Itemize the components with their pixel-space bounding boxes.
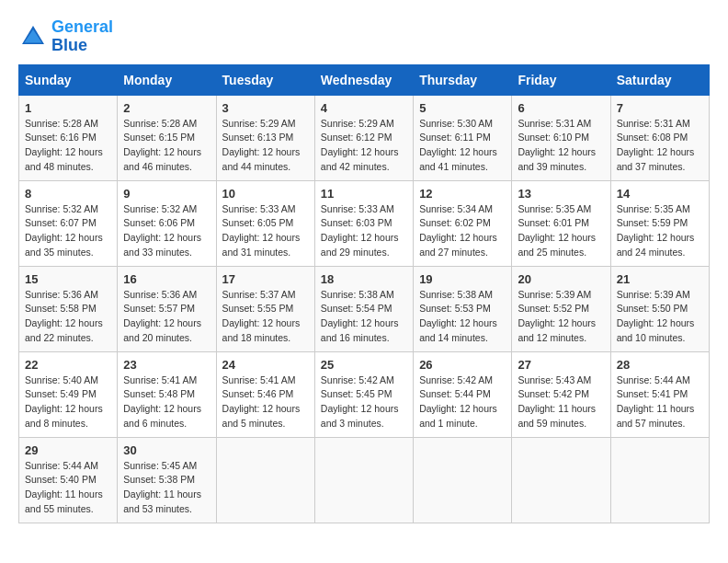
day-number: 4 [321, 101, 407, 115]
day-info: Sunrise: 5:40 AM Sunset: 5:49 PM Dayligh… [25, 373, 111, 431]
day-info: Sunrise: 5:41 AM Sunset: 5:48 PM Dayligh… [123, 373, 210, 431]
day-number: 1 [25, 101, 111, 115]
calendar-cell: 11 Sunrise: 5:33 AM Sunset: 6:03 PM Dayl… [314, 180, 413, 266]
calendar-cell [414, 437, 512, 523]
calendar-week: 15 Sunrise: 5:36 AM Sunset: 5:58 PM Dayl… [19, 266, 710, 351]
day-number: 23 [123, 358, 210, 372]
calendar-cell: 12 Sunrise: 5:34 AM Sunset: 6:02 PM Dayl… [414, 180, 512, 266]
day-info: Sunrise: 5:29 AM Sunset: 6:12 PM Dayligh… [321, 117, 407, 175]
calendar-cell: 4 Sunrise: 5:29 AM Sunset: 6:12 PM Dayli… [314, 95, 413, 180]
day-number: 6 [518, 101, 604, 115]
calendar-cell: 5 Sunrise: 5:30 AM Sunset: 6:11 PM Dayli… [414, 95, 512, 180]
day-info: Sunrise: 5:35 AM Sunset: 5:59 PM Dayligh… [617, 202, 703, 260]
calendar-cell: 8 Sunrise: 5:32 AM Sunset: 6:07 PM Dayli… [19, 180, 118, 266]
day-info: Sunrise: 5:36 AM Sunset: 5:57 PM Dayligh… [123, 288, 210, 346]
weekday-header: Saturday [610, 64, 709, 95]
day-number: 13 [518, 187, 604, 201]
day-number: 22 [25, 358, 111, 372]
weekday-header: Tuesday [216, 64, 314, 95]
calendar-cell: 14 Sunrise: 5:35 AM Sunset: 5:59 PM Dayl… [610, 180, 709, 266]
day-number: 11 [321, 187, 407, 201]
day-info: Sunrise: 5:33 AM Sunset: 6:03 PM Dayligh… [321, 202, 407, 260]
calendar-cell: 9 Sunrise: 5:32 AM Sunset: 6:06 PM Dayli… [118, 180, 216, 266]
day-number: 5 [419, 101, 506, 115]
calendar-cell: 29 Sunrise: 5:44 AM Sunset: 5:40 PM Dayl… [19, 437, 118, 523]
day-number: 9 [123, 187, 210, 201]
day-info: Sunrise: 5:32 AM Sunset: 6:06 PM Dayligh… [123, 202, 210, 260]
logo: General Blue [18, 18, 113, 55]
calendar-cell: 15 Sunrise: 5:36 AM Sunset: 5:58 PM Dayl… [19, 266, 118, 351]
day-number: 10 [222, 187, 309, 201]
day-info: Sunrise: 5:44 AM Sunset: 5:40 PM Dayligh… [25, 459, 111, 517]
day-info: Sunrise: 5:29 AM Sunset: 6:13 PM Dayligh… [222, 117, 309, 175]
calendar-cell: 26 Sunrise: 5:42 AM Sunset: 5:44 PM Dayl… [414, 351, 512, 437]
day-info: Sunrise: 5:42 AM Sunset: 5:44 PM Dayligh… [419, 373, 506, 431]
calendar-cell: 10 Sunrise: 5:33 AM Sunset: 6:05 PM Dayl… [216, 180, 314, 266]
day-number: 19 [419, 272, 506, 286]
calendar-cell [314, 437, 413, 523]
day-info: Sunrise: 5:30 AM Sunset: 6:11 PM Dayligh… [419, 117, 506, 175]
day-number: 28 [617, 358, 703, 372]
day-number: 8 [25, 187, 111, 201]
calendar-table: SundayMondayTuesdayWednesdayThursdayFrid… [18, 64, 710, 523]
calendar-cell: 1 Sunrise: 5:28 AM Sunset: 6:16 PM Dayli… [19, 95, 118, 180]
page-header: General Blue [18, 18, 710, 55]
calendar-cell: 19 Sunrise: 5:38 AM Sunset: 5:53 PM Dayl… [414, 266, 512, 351]
day-info: Sunrise: 5:31 AM Sunset: 6:10 PM Dayligh… [518, 117, 604, 175]
day-number: 14 [617, 187, 703, 201]
calendar-week: 29 Sunrise: 5:44 AM Sunset: 5:40 PM Dayl… [19, 437, 710, 523]
calendar-cell: 2 Sunrise: 5:28 AM Sunset: 6:15 PM Dayli… [118, 95, 216, 180]
day-number: 30 [123, 443, 210, 457]
calendar-cell: 23 Sunrise: 5:41 AM Sunset: 5:48 PM Dayl… [118, 351, 216, 437]
day-number: 26 [419, 358, 506, 372]
day-number: 25 [321, 358, 407, 372]
day-number: 3 [222, 101, 309, 115]
calendar-cell: 13 Sunrise: 5:35 AM Sunset: 6:01 PM Dayl… [512, 180, 610, 266]
day-info: Sunrise: 5:36 AM Sunset: 5:58 PM Dayligh… [25, 288, 111, 346]
day-info: Sunrise: 5:38 AM Sunset: 5:54 PM Dayligh… [321, 288, 407, 346]
day-number: 27 [518, 358, 604, 372]
calendar-cell: 7 Sunrise: 5:31 AM Sunset: 6:08 PM Dayli… [610, 95, 709, 180]
day-info: Sunrise: 5:34 AM Sunset: 6:02 PM Dayligh… [419, 202, 506, 260]
day-info: Sunrise: 5:33 AM Sunset: 6:05 PM Dayligh… [222, 202, 309, 260]
day-number: 24 [222, 358, 309, 372]
day-info: Sunrise: 5:43 AM Sunset: 5:42 PM Dayligh… [518, 373, 604, 431]
calendar-cell: 25 Sunrise: 5:42 AM Sunset: 5:45 PM Dayl… [314, 351, 413, 437]
day-number: 16 [123, 272, 210, 286]
day-info: Sunrise: 5:31 AM Sunset: 6:08 PM Dayligh… [617, 117, 703, 175]
day-number: 17 [222, 272, 309, 286]
calendar-cell: 16 Sunrise: 5:36 AM Sunset: 5:57 PM Dayl… [118, 266, 216, 351]
logo-text: General Blue [51, 18, 113, 55]
calendar-week: 1 Sunrise: 5:28 AM Sunset: 6:16 PM Dayli… [19, 95, 710, 180]
calendar-header: SundayMondayTuesdayWednesdayThursdayFrid… [19, 64, 710, 95]
day-number: 29 [25, 443, 111, 457]
calendar-cell: 20 Sunrise: 5:39 AM Sunset: 5:52 PM Dayl… [512, 266, 610, 351]
calendar-week: 8 Sunrise: 5:32 AM Sunset: 6:07 PM Dayli… [19, 180, 710, 266]
day-info: Sunrise: 5:41 AM Sunset: 5:46 PM Dayligh… [222, 373, 309, 431]
day-info: Sunrise: 5:37 AM Sunset: 5:55 PM Dayligh… [222, 288, 309, 346]
weekday-header: Monday [118, 64, 216, 95]
weekday-header: Friday [512, 64, 610, 95]
day-info: Sunrise: 5:28 AM Sunset: 6:15 PM Dayligh… [123, 117, 210, 175]
day-info: Sunrise: 5:44 AM Sunset: 5:41 PM Dayligh… [617, 373, 703, 431]
day-number: 12 [419, 187, 506, 201]
weekday-header: Sunday [19, 64, 118, 95]
day-info: Sunrise: 5:45 AM Sunset: 5:38 PM Dayligh… [123, 459, 210, 517]
calendar-cell: 18 Sunrise: 5:38 AM Sunset: 5:54 PM Dayl… [314, 266, 413, 351]
calendar-cell: 30 Sunrise: 5:45 AM Sunset: 5:38 PM Dayl… [118, 437, 216, 523]
weekday-header: Wednesday [314, 64, 413, 95]
calendar-cell: 22 Sunrise: 5:40 AM Sunset: 5:49 PM Dayl… [19, 351, 118, 437]
day-number: 21 [617, 272, 703, 286]
weekday-header: Thursday [414, 64, 512, 95]
day-number: 20 [518, 272, 604, 286]
calendar-cell: 17 Sunrise: 5:37 AM Sunset: 5:55 PM Dayl… [216, 266, 314, 351]
calendar-week: 22 Sunrise: 5:40 AM Sunset: 5:49 PM Dayl… [19, 351, 710, 437]
day-info: Sunrise: 5:39 AM Sunset: 5:52 PM Dayligh… [518, 288, 604, 346]
calendar-cell: 6 Sunrise: 5:31 AM Sunset: 6:10 PM Dayli… [512, 95, 610, 180]
day-info: Sunrise: 5:28 AM Sunset: 6:16 PM Dayligh… [25, 117, 111, 175]
calendar-cell [610, 437, 709, 523]
calendar-cell: 21 Sunrise: 5:39 AM Sunset: 5:50 PM Dayl… [610, 266, 709, 351]
calendar-cell: 27 Sunrise: 5:43 AM Sunset: 5:42 PM Dayl… [512, 351, 610, 437]
logo-icon [18, 22, 48, 52]
day-info: Sunrise: 5:42 AM Sunset: 5:45 PM Dayligh… [321, 373, 407, 431]
